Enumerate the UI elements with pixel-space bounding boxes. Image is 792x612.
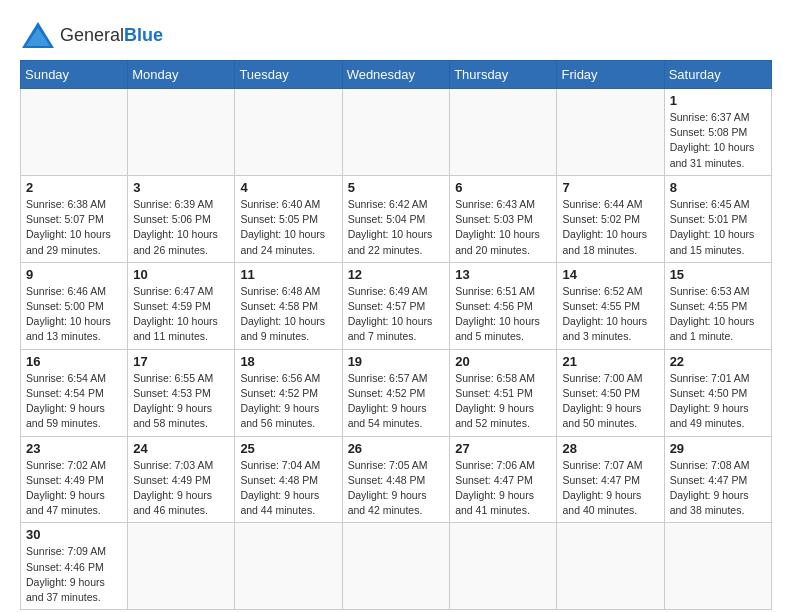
calendar-header-thursday: Thursday: [450, 61, 557, 89]
calendar-header-saturday: Saturday: [664, 61, 771, 89]
day-number: 16: [26, 354, 122, 369]
day-number: 18: [240, 354, 336, 369]
day-info: Sunrise: 6:49 AM Sunset: 4:57 PM Dayligh…: [348, 284, 445, 345]
day-number: 28: [562, 441, 658, 456]
calendar-week-3: 9Sunrise: 6:46 AM Sunset: 5:00 PM Daylig…: [21, 262, 772, 349]
calendar-cell: 9Sunrise: 6:46 AM Sunset: 5:00 PM Daylig…: [21, 262, 128, 349]
day-number: 27: [455, 441, 551, 456]
calendar-cell: 28Sunrise: 7:07 AM Sunset: 4:47 PM Dayli…: [557, 436, 664, 523]
day-info: Sunrise: 6:42 AM Sunset: 5:04 PM Dayligh…: [348, 197, 445, 258]
calendar-cell: 15Sunrise: 6:53 AM Sunset: 4:55 PM Dayli…: [664, 262, 771, 349]
day-info: Sunrise: 7:04 AM Sunset: 4:48 PM Dayligh…: [240, 458, 336, 519]
calendar-cell: [128, 89, 235, 176]
day-info: Sunrise: 7:09 AM Sunset: 4:46 PM Dayligh…: [26, 544, 122, 605]
calendar-cell: 13Sunrise: 6:51 AM Sunset: 4:56 PM Dayli…: [450, 262, 557, 349]
calendar-cell: 11Sunrise: 6:48 AM Sunset: 4:58 PM Dayli…: [235, 262, 342, 349]
calendar-cell: [342, 523, 450, 610]
day-info: Sunrise: 6:40 AM Sunset: 5:05 PM Dayligh…: [240, 197, 336, 258]
day-info: Sunrise: 7:05 AM Sunset: 4:48 PM Dayligh…: [348, 458, 445, 519]
calendar-cell: 8Sunrise: 6:45 AM Sunset: 5:01 PM Daylig…: [664, 175, 771, 262]
day-info: Sunrise: 6:56 AM Sunset: 4:52 PM Dayligh…: [240, 371, 336, 432]
calendar-header-friday: Friday: [557, 61, 664, 89]
day-number: 29: [670, 441, 766, 456]
calendar-cell: 12Sunrise: 6:49 AM Sunset: 4:57 PM Dayli…: [342, 262, 450, 349]
day-number: 12: [348, 267, 445, 282]
day-info: Sunrise: 6:43 AM Sunset: 5:03 PM Dayligh…: [455, 197, 551, 258]
day-number: 19: [348, 354, 445, 369]
day-number: 25: [240, 441, 336, 456]
logo-text: GeneralBlue: [60, 25, 163, 46]
day-info: Sunrise: 7:07 AM Sunset: 4:47 PM Dayligh…: [562, 458, 658, 519]
calendar-cell: 25Sunrise: 7:04 AM Sunset: 4:48 PM Dayli…: [235, 436, 342, 523]
day-number: 21: [562, 354, 658, 369]
day-number: 7: [562, 180, 658, 195]
day-number: 23: [26, 441, 122, 456]
calendar-cell: [235, 89, 342, 176]
calendar-cell: 17Sunrise: 6:55 AM Sunset: 4:53 PM Dayli…: [128, 349, 235, 436]
day-info: Sunrise: 7:03 AM Sunset: 4:49 PM Dayligh…: [133, 458, 229, 519]
calendar-week-1: 1Sunrise: 6:37 AM Sunset: 5:08 PM Daylig…: [21, 89, 772, 176]
day-number: 11: [240, 267, 336, 282]
day-info: Sunrise: 7:08 AM Sunset: 4:47 PM Dayligh…: [670, 458, 766, 519]
logo: GeneralBlue: [20, 20, 163, 50]
day-number: 24: [133, 441, 229, 456]
calendar-header-tuesday: Tuesday: [235, 61, 342, 89]
day-number: 6: [455, 180, 551, 195]
day-number: 30: [26, 527, 122, 542]
logo-icon: [20, 20, 56, 50]
calendar-header-sunday: Sunday: [21, 61, 128, 89]
day-info: Sunrise: 6:58 AM Sunset: 4:51 PM Dayligh…: [455, 371, 551, 432]
day-number: 17: [133, 354, 229, 369]
day-number: 13: [455, 267, 551, 282]
calendar-week-5: 23Sunrise: 7:02 AM Sunset: 4:49 PM Dayli…: [21, 436, 772, 523]
calendar-cell: 20Sunrise: 6:58 AM Sunset: 4:51 PM Dayli…: [450, 349, 557, 436]
calendar-cell: [235, 523, 342, 610]
calendar-cell: 22Sunrise: 7:01 AM Sunset: 4:50 PM Dayli…: [664, 349, 771, 436]
day-info: Sunrise: 6:45 AM Sunset: 5:01 PM Dayligh…: [670, 197, 766, 258]
day-info: Sunrise: 7:06 AM Sunset: 4:47 PM Dayligh…: [455, 458, 551, 519]
day-info: Sunrise: 7:01 AM Sunset: 4:50 PM Dayligh…: [670, 371, 766, 432]
page-header: GeneralBlue: [20, 20, 772, 50]
calendar-cell: 27Sunrise: 7:06 AM Sunset: 4:47 PM Dayli…: [450, 436, 557, 523]
calendar-cell: 26Sunrise: 7:05 AM Sunset: 4:48 PM Dayli…: [342, 436, 450, 523]
calendar-cell: 23Sunrise: 7:02 AM Sunset: 4:49 PM Dayli…: [21, 436, 128, 523]
day-info: Sunrise: 6:47 AM Sunset: 4:59 PM Dayligh…: [133, 284, 229, 345]
calendar-header-monday: Monday: [128, 61, 235, 89]
calendar-cell: 2Sunrise: 6:38 AM Sunset: 5:07 PM Daylig…: [21, 175, 128, 262]
calendar-cell: 5Sunrise: 6:42 AM Sunset: 5:04 PM Daylig…: [342, 175, 450, 262]
calendar-cell: 16Sunrise: 6:54 AM Sunset: 4:54 PM Dayli…: [21, 349, 128, 436]
calendar-cell: [21, 89, 128, 176]
day-number: 14: [562, 267, 658, 282]
day-info: Sunrise: 7:02 AM Sunset: 4:49 PM Dayligh…: [26, 458, 122, 519]
calendar-cell: 3Sunrise: 6:39 AM Sunset: 5:06 PM Daylig…: [128, 175, 235, 262]
day-info: Sunrise: 7:00 AM Sunset: 4:50 PM Dayligh…: [562, 371, 658, 432]
calendar-cell: 24Sunrise: 7:03 AM Sunset: 4:49 PM Dayli…: [128, 436, 235, 523]
day-info: Sunrise: 6:39 AM Sunset: 5:06 PM Dayligh…: [133, 197, 229, 258]
calendar-cell: [557, 89, 664, 176]
calendar-header-wednesday: Wednesday: [342, 61, 450, 89]
calendar-cell: 18Sunrise: 6:56 AM Sunset: 4:52 PM Dayli…: [235, 349, 342, 436]
calendar-cell: [557, 523, 664, 610]
calendar-header-row: SundayMondayTuesdayWednesdayThursdayFrid…: [21, 61, 772, 89]
day-info: Sunrise: 6:46 AM Sunset: 5:00 PM Dayligh…: [26, 284, 122, 345]
day-number: 4: [240, 180, 336, 195]
day-info: Sunrise: 6:55 AM Sunset: 4:53 PM Dayligh…: [133, 371, 229, 432]
day-info: Sunrise: 6:53 AM Sunset: 4:55 PM Dayligh…: [670, 284, 766, 345]
day-info: Sunrise: 6:54 AM Sunset: 4:54 PM Dayligh…: [26, 371, 122, 432]
calendar-cell: 6Sunrise: 6:43 AM Sunset: 5:03 PM Daylig…: [450, 175, 557, 262]
day-info: Sunrise: 6:51 AM Sunset: 4:56 PM Dayligh…: [455, 284, 551, 345]
day-number: 9: [26, 267, 122, 282]
day-number: 26: [348, 441, 445, 456]
calendar-cell: 4Sunrise: 6:40 AM Sunset: 5:05 PM Daylig…: [235, 175, 342, 262]
calendar-cell: [450, 89, 557, 176]
day-number: 20: [455, 354, 551, 369]
day-number: 1: [670, 93, 766, 108]
day-info: Sunrise: 6:48 AM Sunset: 4:58 PM Dayligh…: [240, 284, 336, 345]
calendar-cell: 10Sunrise: 6:47 AM Sunset: 4:59 PM Dayli…: [128, 262, 235, 349]
day-number: 5: [348, 180, 445, 195]
day-info: Sunrise: 6:57 AM Sunset: 4:52 PM Dayligh…: [348, 371, 445, 432]
day-number: 22: [670, 354, 766, 369]
calendar-cell: 1Sunrise: 6:37 AM Sunset: 5:08 PM Daylig…: [664, 89, 771, 176]
calendar-cell: [128, 523, 235, 610]
calendar-cell: [664, 523, 771, 610]
